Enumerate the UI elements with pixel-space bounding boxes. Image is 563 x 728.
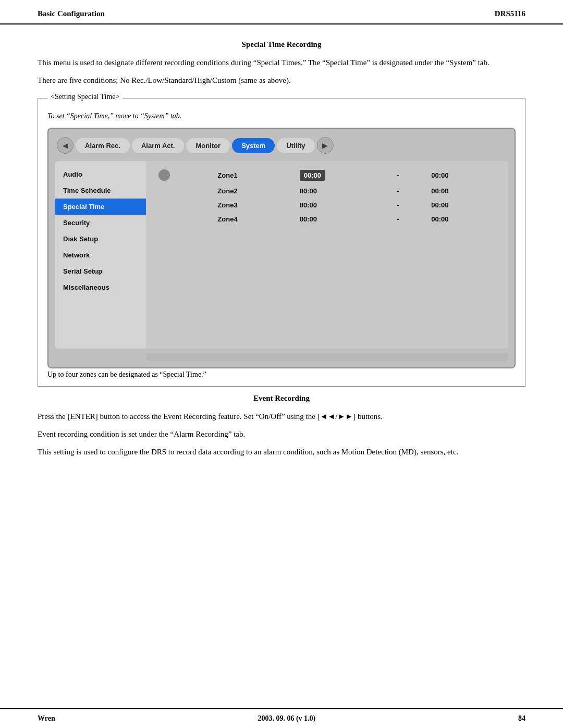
zone-row: Zone300:00-00:00 bbox=[153, 198, 501, 212]
section2-para2: Event recording condition is set under t… bbox=[38, 428, 525, 440]
zone-indicator-dot bbox=[158, 169, 170, 181]
dvr-sidebar: Audio Time Schedule Special Time Securit… bbox=[55, 161, 146, 349]
tab-utility[interactable]: Utility bbox=[277, 138, 314, 153]
menu-time-schedule[interactable]: Time Schedule bbox=[55, 182, 146, 199]
footer-right: 84 bbox=[518, 714, 525, 723]
setting-box-title: <Setting Special Time> bbox=[47, 93, 123, 101]
dvr-body: Audio Time Schedule Special Time Securit… bbox=[55, 161, 508, 349]
dvr-bottom-bar bbox=[146, 353, 508, 361]
zone-time2[interactable]: 00:00 bbox=[426, 198, 501, 212]
zone-name: Zone4 bbox=[212, 212, 294, 226]
dvr-ui: ◀ Alarm Rec. Alarm Act. Monitor System U… bbox=[47, 128, 516, 368]
dvr-zone-content: Zone100:00-00:00Zone200:00-00:00Zone300:… bbox=[146, 161, 508, 349]
zone-separator: - bbox=[392, 198, 426, 212]
tab-alarm-rec[interactable]: Alarm Rec. bbox=[76, 138, 130, 153]
zone-table: Zone100:00-00:00Zone200:00-00:00Zone300:… bbox=[153, 166, 501, 226]
page-footer: Wren 2003. 09. 06 (v 1.0) 84 bbox=[0, 708, 563, 728]
menu-miscellaneous[interactable]: Miscellaneous bbox=[55, 279, 146, 295]
tab-monitor[interactable]: Monitor bbox=[186, 138, 230, 153]
zone-time2[interactable]: 00:00 bbox=[426, 212, 501, 226]
menu-audio[interactable]: Audio bbox=[55, 166, 146, 182]
footer-center: 2003. 09. 06 (v 1.0) bbox=[258, 714, 315, 723]
zone-separator: - bbox=[392, 166, 426, 184]
zone-time2[interactable]: 00:00 bbox=[426, 184, 501, 198]
zone-name: Zone3 bbox=[212, 198, 294, 212]
zone-name: Zone2 bbox=[212, 184, 294, 198]
zone-dot-cell bbox=[153, 166, 212, 184]
section2-para1: Press the [ENTER] button to access the E… bbox=[38, 410, 525, 423]
setting-box: <Setting Special Time> To set “Special T… bbox=[38, 98, 525, 387]
zone-time1[interactable]: 00:00 bbox=[295, 212, 392, 226]
zone-separator: - bbox=[392, 212, 426, 226]
zone-row: Zone100:00-00:00 bbox=[153, 166, 501, 184]
section1-para1: This menu is used to designate different… bbox=[38, 56, 525, 69]
zone-dot-cell bbox=[153, 198, 212, 212]
menu-network[interactable]: Network bbox=[55, 247, 146, 263]
zone-row: Zone200:00-00:00 bbox=[153, 184, 501, 198]
section2-title: Event Recording bbox=[38, 394, 525, 403]
zone-time1[interactable]: 00:00 bbox=[295, 184, 392, 198]
setting-caption: Up to four zones can be designated as “S… bbox=[47, 371, 516, 379]
tab-prev-button[interactable]: ◀ bbox=[57, 137, 74, 154]
tab-system[interactable]: System bbox=[232, 138, 275, 153]
section1-para2: There are five conditions; No Rec./Low/S… bbox=[38, 74, 525, 87]
menu-serial-setup[interactable]: Serial Setup bbox=[55, 263, 146, 279]
page-header: Basic Configuration DRS5116 bbox=[0, 0, 563, 24]
zone-time2[interactable]: 00:00 bbox=[426, 166, 501, 184]
tab-next-button[interactable]: ▶ bbox=[317, 137, 334, 154]
menu-disk-setup[interactable]: Disk Setup bbox=[55, 231, 146, 247]
zone-separator: - bbox=[392, 184, 426, 198]
menu-special-time[interactable]: Special Time bbox=[55, 199, 146, 215]
zone-time1[interactable]: 00:00 bbox=[295, 166, 392, 184]
section1-title: Special Time Recording bbox=[38, 40, 525, 49]
section2-para3: This setting is used to configure the DR… bbox=[38, 446, 525, 458]
setting-instruction: To set “Special Time,” move to “System” … bbox=[47, 112, 516, 120]
zone-row: Zone400:00-00:00 bbox=[153, 212, 501, 226]
tab-bar: ◀ Alarm Rec. Alarm Act. Monitor System U… bbox=[55, 137, 508, 154]
header-left: Basic Configuration bbox=[38, 9, 105, 18]
zone-time1[interactable]: 00:00 bbox=[295, 198, 392, 212]
footer-left: Wren bbox=[38, 714, 55, 723]
menu-security[interactable]: Security bbox=[55, 215, 146, 231]
zone-dot-cell bbox=[153, 184, 212, 198]
main-content: Special Time Recording This menu is used… bbox=[0, 24, 563, 479]
header-right: DRS5116 bbox=[495, 9, 525, 18]
zone-dot-cell bbox=[153, 212, 212, 226]
tab-alarm-act[interactable]: Alarm Act. bbox=[132, 138, 185, 153]
zone-name: Zone1 bbox=[212, 166, 294, 184]
